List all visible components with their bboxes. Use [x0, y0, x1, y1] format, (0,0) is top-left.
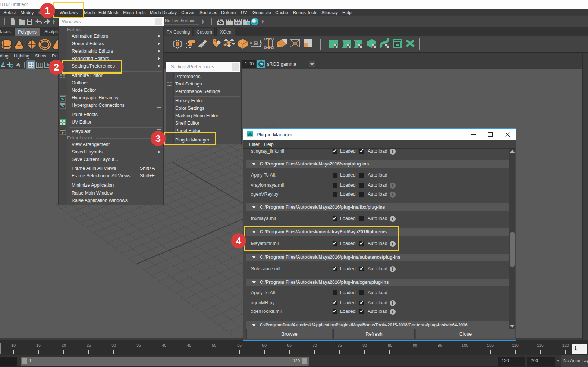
svg-text:IPR: IPR: [235, 21, 240, 25]
